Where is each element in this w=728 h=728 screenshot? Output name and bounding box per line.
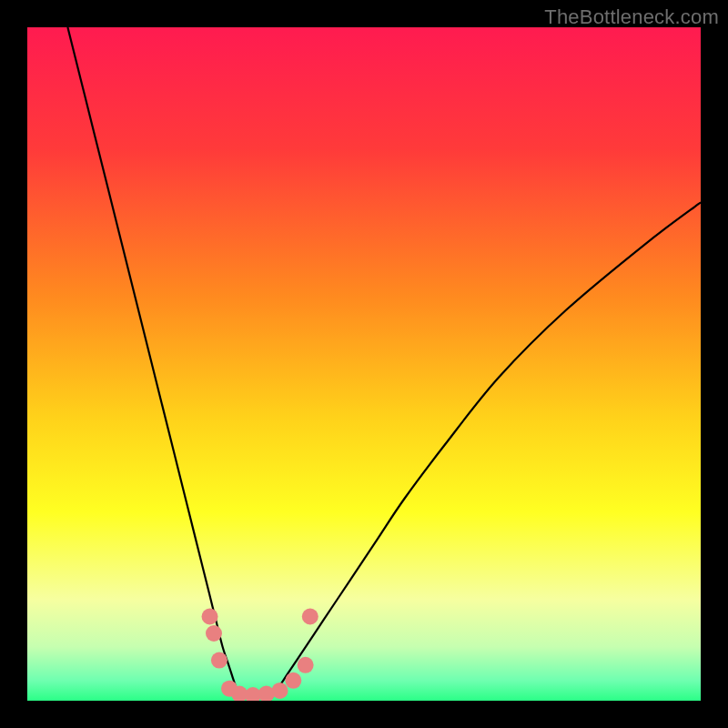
valley-marker <box>206 625 222 642</box>
valley-marker <box>272 682 288 699</box>
gradient-background <box>27 27 701 701</box>
chart-frame <box>27 27 701 701</box>
bottleneck-chart <box>27 27 701 701</box>
valley-marker <box>302 609 318 625</box>
valley-marker <box>211 652 228 669</box>
valley-marker <box>285 672 301 689</box>
valley-marker <box>298 657 314 673</box>
valley-marker <box>202 609 218 625</box>
watermark-text: TheBottleneck.com <box>544 5 719 29</box>
